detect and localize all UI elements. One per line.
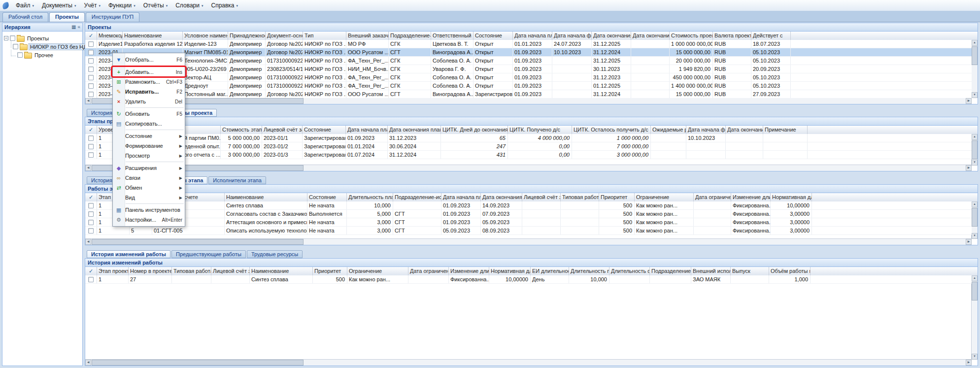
table-row[interactable]: 127Синтез сплава500Как можно ран...Фикси… xyxy=(85,275,972,284)
column-header[interactable]: Длительность пла xyxy=(569,267,609,275)
scroll-down-icon[interactable]: ▼ xyxy=(972,354,978,360)
scroll-left-icon[interactable]: ◀ xyxy=(85,239,91,245)
tree-node-projects-root[interactable]: −Проекты xyxy=(4,34,81,42)
scroll-left-icon[interactable]: ◀ xyxy=(85,360,91,366)
scroll-left-icon[interactable]: ◀ xyxy=(85,98,91,104)
column-header[interactable]: ЦИТК. Осталось получить д/с xyxy=(572,126,651,134)
column-header[interactable]: Длительность план▼ xyxy=(347,193,393,201)
row-select-cell[interactable] xyxy=(85,151,97,159)
scroll-right-icon[interactable]: ▶ xyxy=(966,360,972,366)
column-header[interactable]: Нормативная длит xyxy=(489,267,531,275)
menu-item-copy[interactable]: ▤Скопировать... xyxy=(113,119,185,129)
row-select-cell[interactable] xyxy=(85,73,97,81)
table-row[interactable]: 1еденной опыт...7 000 000,002023-01/2Зар… xyxy=(85,142,972,151)
scroll-up-icon[interactable]: ▲ xyxy=(972,40,978,46)
vertical-scrollbar[interactable]: ▲ ▼ xyxy=(971,275,978,360)
menubar-item-accounting[interactable]: Учёт▾ xyxy=(80,0,104,10)
column-header[interactable]: Дата ограничения xyxy=(694,193,731,201)
table-row[interactable]: 2023-01Магнит ПМ085-01ДемопримерДоговор … xyxy=(85,48,972,57)
column-header[interactable]: Стоимость этапа xyxy=(221,126,262,134)
column-header[interactable]: Стоимость проект xyxy=(670,32,713,40)
row-select-cell[interactable] xyxy=(85,275,97,283)
table-row[interactable]: 2023-04Вектор-АЦДемопример017310000922..… xyxy=(85,73,972,82)
row-select-cell[interactable] xyxy=(85,227,97,234)
column-header[interactable]: Дата начала план. xyxy=(513,32,552,40)
table-row[interactable]: 1201-СГТ-002Аттестация основного и приме… xyxy=(85,218,972,227)
column-header[interactable]: Ответственный xyxy=(431,32,473,40)
column-header[interactable]: Лицевой счёт затр xyxy=(522,193,561,201)
row-select-cell[interactable] xyxy=(85,218,97,226)
tree-checkbox[interactable] xyxy=(13,44,18,49)
column-header[interactable]: Принадлежность xyxy=(228,32,266,40)
scrollbar-thumb[interactable] xyxy=(972,46,978,65)
tree-node-niokr-goz-bez-nds[interactable]: НИОКР по ГОЗ без НДС xyxy=(11,42,81,51)
tab-pup-instructions[interactable]: Инструкции ПУП xyxy=(86,12,139,22)
scroll-right-icon[interactable]: ▶ xyxy=(966,165,972,171)
column-header[interactable]: Дата окончания ф xyxy=(726,126,763,134)
column-header[interactable]: ЦИТК. Дней до окончания xyxy=(441,126,508,134)
column-header[interactable]: Наименование xyxy=(123,32,183,40)
row-checkbox[interactable] xyxy=(88,50,94,55)
column-header[interactable]: Нормативная длит xyxy=(771,193,812,201)
menubar-item-functions[interactable]: Функции▾ xyxy=(104,0,139,10)
menubar-item-file[interactable]: Файл▾ xyxy=(12,0,38,10)
select-all-header[interactable]: ✓ xyxy=(85,126,97,134)
table-row[interactable]: 101-СГТ-001Согласовать состав с Заказчик… xyxy=(85,210,972,218)
tab-desktop[interactable]: Рабочий стол xyxy=(2,12,48,22)
column-header[interactable]: Мнемокод xyxy=(97,32,123,40)
column-header[interactable]: Ограничение xyxy=(347,267,408,275)
row-select-cell[interactable] xyxy=(85,82,97,90)
menubar-item-help[interactable]: Справка▾ xyxy=(207,0,242,10)
column-header[interactable]: Подразделение-исполнитель xyxy=(393,193,441,201)
menubar-item-reports[interactable]: Отчёты▾ xyxy=(139,0,171,10)
column-header[interactable]: Объём работы пл xyxy=(769,267,811,275)
scroll-up-icon[interactable]: ▲ xyxy=(972,134,978,140)
tab-labor-resources[interactable]: Трудовые ресурсы xyxy=(247,250,303,258)
table-row[interactable]: 2023-01...Постоянный маг...ДемопримерДог… xyxy=(85,90,972,98)
menu-item-formation[interactable]: Формирование▶ xyxy=(113,141,185,151)
column-header[interactable]: Валюта проекта xyxy=(713,32,751,40)
column-header[interactable]: Изменение длител xyxy=(449,267,489,275)
scroll-down-icon[interactable]: ▼ xyxy=(972,233,978,239)
column-header[interactable]: Изменение длител xyxy=(731,193,771,201)
scrollbar-thumb[interactable] xyxy=(972,282,978,301)
column-header[interactable]: Подразделение-ис xyxy=(650,267,691,275)
menu-item-extensions[interactable]: ◆Расширения▶ xyxy=(113,163,185,173)
table-row[interactable]: 1Синтез сплаваНе начата10,00001.09.20231… xyxy=(85,201,972,210)
column-header[interactable]: Номер в проекте xyxy=(129,267,172,275)
scroll-right-icon[interactable]: ▶ xyxy=(966,239,972,245)
column-header[interactable]: Тип xyxy=(303,32,346,40)
menu-item-links[interactable]: ∞Связи▶ xyxy=(113,173,185,183)
menu-item-toolbar-panel[interactable]: ▦Панель инструментов xyxy=(113,205,185,215)
scrollbar-thumb[interactable] xyxy=(972,140,978,159)
table-row[interactable]: 1501-СГТ-005Описать используемую техноло… xyxy=(85,227,972,235)
scroll-up-icon[interactable]: ▲ xyxy=(972,201,978,207)
menu-item-delete[interactable]: ×УдалитьDel xyxy=(113,97,185,106)
select-all-header[interactable]: ✓ xyxy=(85,32,97,40)
row-select-cell[interactable] xyxy=(85,201,97,209)
row-select-cell[interactable] xyxy=(85,57,97,65)
tab-preceding-works[interactable]: Предшествующие работы xyxy=(171,250,246,258)
row-select-cell[interactable] xyxy=(85,142,97,150)
table-row[interactable]: 1й партии ПМ0...5 000 000,002023-01/1Зар… xyxy=(85,134,972,142)
scrollbar-thumb[interactable] xyxy=(972,208,978,227)
column-header[interactable]: Дата ограничения xyxy=(408,267,449,275)
tab-work-change-history[interactable]: История изменений работы xyxy=(87,250,170,258)
horizontal-scrollbar[interactable]: ◀ ▶ xyxy=(85,359,972,366)
horizontal-scrollbar[interactable]: ◀ ▶ xyxy=(85,165,972,171)
row-checkbox[interactable] xyxy=(88,211,94,217)
row-select-cell[interactable] xyxy=(85,90,97,98)
row-checkbox[interactable] xyxy=(88,203,94,208)
row-checkbox[interactable] xyxy=(88,277,94,282)
column-header[interactable]: Внешний исполни xyxy=(691,267,731,275)
row-select-cell[interactable] xyxy=(85,40,97,48)
table-row[interactable]: 1ого отчета с ...3 000 000,002023-01/3За… xyxy=(85,151,972,159)
column-header[interactable]: Приоритет xyxy=(313,267,347,275)
column-header[interactable]: Действует с xyxy=(751,32,791,40)
column-header[interactable]: Примечание xyxy=(763,126,808,134)
menu-item-filter[interactable]: ▼Отобрать...F6 xyxy=(113,55,185,65)
collapse-expander-icon[interactable]: − xyxy=(4,36,8,40)
scroll-down-icon[interactable]: ▼ xyxy=(972,160,978,166)
scroll-up-icon[interactable]: ▲ xyxy=(972,275,978,281)
panel-grid-icon[interactable]: ▦ xyxy=(71,24,76,31)
